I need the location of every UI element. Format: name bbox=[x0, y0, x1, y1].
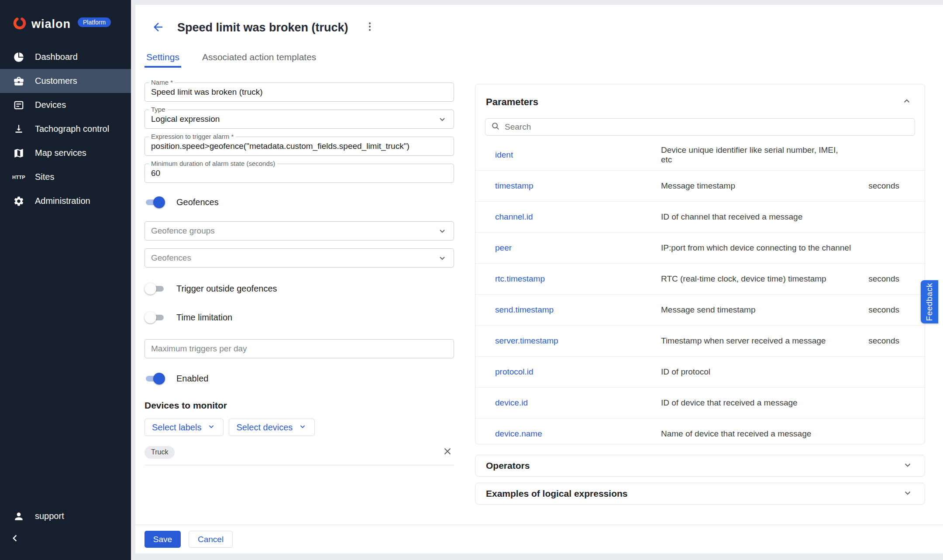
geofences-toggle[interactable] bbox=[145, 196, 165, 208]
chevron-down-icon bbox=[437, 253, 447, 263]
parameter-description: Timestamp when server received a message bbox=[661, 336, 851, 346]
table-row: timestamp Message timestamp seconds bbox=[475, 170, 925, 201]
type-field-wrapper: Type Logical expression bbox=[145, 110, 454, 129]
parameter-description: ID of device that received a message bbox=[661, 398, 851, 408]
table-row: peer IP:port from which device connectin… bbox=[475, 232, 925, 263]
sidebar-item-tachograph-control[interactable]: Tachograph control bbox=[0, 117, 131, 141]
time-limitation-toggle[interactable] bbox=[145, 312, 165, 323]
save-button[interactable]: Save bbox=[145, 531, 181, 548]
customers-icon bbox=[13, 76, 24, 87]
sidebar-item-customers[interactable]: Customers bbox=[0, 69, 131, 93]
geofences-field-wrapper: Geofences bbox=[145, 248, 454, 268]
select-devices-button[interactable]: Select devices bbox=[229, 419, 315, 436]
select-labels-button[interactable]: Select labels bbox=[145, 419, 224, 436]
operators-title: Operators bbox=[486, 460, 530, 471]
tab-associated-action-templates[interactable]: Associated action templates bbox=[200, 47, 318, 68]
examples-card[interactable]: Examples of logical expressions bbox=[475, 483, 925, 505]
parameter-description: Message timestamp bbox=[661, 181, 851, 191]
parameter-link[interactable]: timestamp bbox=[495, 181, 661, 191]
max-triggers-field-wrapper bbox=[145, 339, 454, 358]
time-limitation-toggle-label: Time limitation bbox=[176, 313, 232, 323]
collapse-parameters-button[interactable] bbox=[900, 96, 913, 109]
type-select[interactable]: Logical expression bbox=[145, 110, 454, 129]
geofence-groups-placeholder: Geofence groups bbox=[151, 226, 215, 236]
chevron-down-icon bbox=[437, 226, 447, 236]
sidebar-item-label: Administration bbox=[35, 196, 90, 206]
more-menu-button[interactable] bbox=[362, 20, 377, 35]
parameter-unit: seconds bbox=[851, 274, 899, 284]
parameter-description: Device unique identifier like serial num… bbox=[661, 145, 851, 165]
page: wialon Platform Dashboard Customers D bbox=[0, 0, 943, 560]
clear-selection-button[interactable] bbox=[441, 446, 454, 459]
parameter-link[interactable]: channel.id bbox=[495, 212, 661, 222]
feedback-tab[interactable]: Feedback bbox=[921, 280, 938, 323]
sidebar-item-map-services[interactable]: Map services bbox=[0, 141, 131, 165]
footer-action-bar: Save Cancel bbox=[135, 525, 943, 553]
trigger-outside-toggle[interactable] bbox=[145, 283, 165, 295]
parameter-link[interactable]: rtc.timestamp bbox=[495, 274, 661, 284]
selected-labels-row: Truck bbox=[145, 446, 454, 465]
name-input[interactable] bbox=[145, 82, 454, 102]
search-input[interactable] bbox=[505, 122, 909, 132]
parameter-description: RTC (real-time clock, device time) times… bbox=[661, 274, 851, 284]
time-limitation-toggle-row: Time limitation bbox=[145, 311, 454, 323]
type-field-label: Type bbox=[149, 106, 168, 113]
geofences-select[interactable]: Geofences bbox=[145, 248, 454, 268]
min-duration-field-label: Minimum duration of alarm state (seconds… bbox=[149, 160, 277, 167]
reference-column: Parameters ident De bbox=[475, 84, 925, 505]
person-icon bbox=[13, 511, 24, 522]
sidebar-item-support[interactable]: support bbox=[0, 504, 131, 528]
parameter-link[interactable]: device.name bbox=[495, 429, 661, 439]
sidebar-item-sites[interactable]: HTTP Sites bbox=[0, 165, 131, 189]
trigger-outside-toggle-row: Trigger outside geofences bbox=[145, 282, 454, 295]
device-select-buttons: Select labels Select devices bbox=[145, 419, 454, 436]
table-row: device.id ID of device that received a m… bbox=[475, 387, 925, 418]
sidebar-item-devices[interactable]: Devices bbox=[0, 93, 131, 117]
parameters-title: Parameters bbox=[486, 96, 538, 108]
table-row: device.name Name of device that received… bbox=[475, 418, 925, 444]
parameter-description: Message send timestamp bbox=[661, 305, 851, 315]
parameter-link[interactable]: protocol.id bbox=[495, 367, 661, 377]
examples-title: Examples of logical expressions bbox=[486, 488, 627, 499]
label-chip: Truck bbox=[145, 446, 175, 459]
parameter-unit: seconds bbox=[851, 336, 899, 346]
geofence-groups-select[interactable]: Geofence groups bbox=[145, 221, 454, 240]
dashboard-icon bbox=[13, 52, 24, 63]
expression-field-label: Expression to trigger alarm * bbox=[149, 133, 236, 140]
sidebar-item-administration[interactable]: Administration bbox=[0, 189, 131, 213]
sidebar-item-label: Customers bbox=[35, 76, 77, 86]
parameter-link[interactable]: device.id bbox=[495, 398, 661, 408]
table-row: channel.id ID of channel that received a… bbox=[475, 201, 925, 232]
enabled-toggle-row: Enabled bbox=[145, 372, 454, 385]
tabs: Settings Associated action templates bbox=[145, 47, 318, 68]
table-row: send.timestamp Message send timestamp se… bbox=[475, 294, 925, 325]
back-button[interactable] bbox=[150, 20, 166, 35]
table-row: server.timestamp Timestamp when server r… bbox=[475, 325, 925, 356]
wialon-logo-icon bbox=[12, 16, 27, 32]
cancel-button[interactable]: Cancel bbox=[189, 531, 233, 548]
parameter-link[interactable]: peer bbox=[495, 243, 661, 253]
chevron-down-icon bbox=[437, 114, 447, 124]
type-select-value: Logical expression bbox=[151, 114, 220, 124]
parameter-link[interactable]: ident bbox=[495, 150, 661, 160]
table-row: protocol.id ID of protocol bbox=[475, 356, 925, 387]
chevron-down-icon bbox=[206, 422, 216, 433]
chevron-up-icon bbox=[901, 96, 912, 109]
tab-settings[interactable]: Settings bbox=[145, 47, 181, 68]
support-label: support bbox=[35, 511, 64, 521]
geofences-toggle-label: Geofences bbox=[176, 197, 219, 207]
feedback-tab-label: Feedback bbox=[925, 283, 934, 321]
select-labels-label: Select labels bbox=[152, 423, 201, 433]
collapse-sidebar-button[interactable] bbox=[6, 530, 24, 548]
sidebar-item-label: Sites bbox=[35, 172, 54, 182]
parameter-link[interactable]: server.timestamp bbox=[495, 336, 661, 346]
sidebar-item-label: Map services bbox=[35, 148, 86, 158]
expression-field-wrapper: Expression to trigger alarm * bbox=[145, 137, 454, 156]
max-triggers-input[interactable] bbox=[145, 339, 454, 358]
parameter-link[interactable]: send.timestamp bbox=[495, 305, 661, 315]
enabled-toggle[interactable] bbox=[145, 373, 165, 385]
sidebar-item-dashboard[interactable]: Dashboard bbox=[0, 45, 131, 69]
operators-card[interactable]: Operators bbox=[475, 455, 925, 477]
parameter-unit: seconds bbox=[851, 305, 899, 315]
parameter-description: ID of protocol bbox=[661, 367, 851, 377]
